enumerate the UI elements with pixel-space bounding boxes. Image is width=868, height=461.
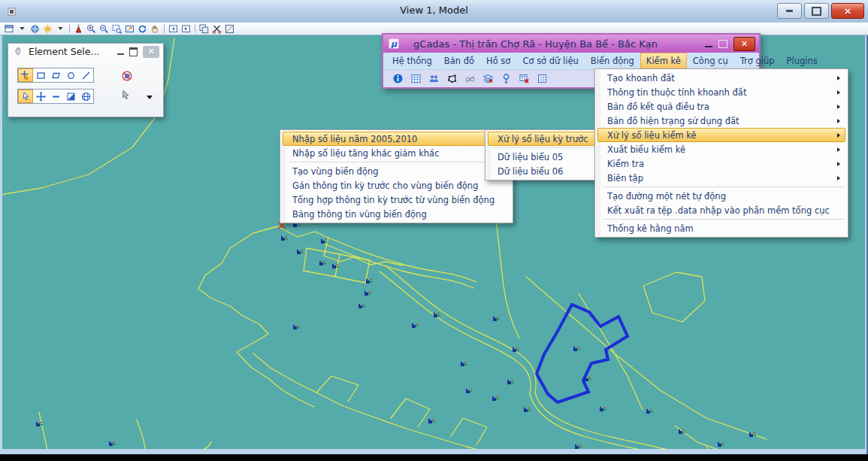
menu-item[interactable]: Gán thông tin kỳ trước cho vùng biến độn… [283, 178, 510, 193]
zoom-out-icon[interactable] [98, 23, 110, 35]
select-shape-button[interactable] [48, 68, 63, 82]
select-block-button[interactable] [33, 68, 48, 82]
menubar-item[interactable]: Kiểm kê [640, 53, 687, 69]
clip-mask-icon[interactable] [223, 23, 236, 35]
menu-item[interactable]: Kiểm tra [597, 156, 845, 171]
brightness-icon[interactable] [41, 23, 54, 35]
menu-item[interactable]: Kết xuất ra tệp .data nhập vào phần mềm … [597, 203, 845, 217]
menu-item-label: Nhập số liệu năm 2005,2010 [292, 134, 417, 144]
dialog-close-button[interactable]: ✕ [143, 46, 159, 58]
maximize-button[interactable] [804, 3, 829, 19]
subtract-selection-button[interactable] [48, 89, 63, 103]
window-area-icon[interactable] [110, 23, 123, 35]
clear-selection-button[interactable] [119, 68, 135, 83]
menu-item[interactable]: Tạo khoanh đất [597, 71, 845, 85]
gcadas-titlebar[interactable]: μ gCadas - Thị trấn Chợ Rã - Huyện Ba Bể… [383, 35, 759, 53]
menu-item[interactable]: Biên tập [597, 171, 845, 185]
info-icon[interactable] [392, 73, 404, 84]
location-pin-icon[interactable] [501, 73, 512, 84]
menu-item[interactable]: Tạo vùng biến động [283, 164, 510, 178]
menu-item[interactable]: Nhập số liệu tăng khác giảm khác [283, 146, 510, 160]
menu-item[interactable]: Bản đồ hiện trạng sử dụng đất [597, 114, 845, 128]
view-attributes-icon[interactable] [3, 23, 16, 35]
menu-item[interactable]: Dữ liệu biểu 06 [488, 164, 604, 178]
select-circle-button[interactable] [63, 68, 78, 82]
view-previous-icon[interactable] [167, 23, 180, 35]
menubar-item[interactable]: Trợ giúp [734, 53, 781, 69]
menu-item-label: Thống kê hằng năm [607, 223, 694, 234]
menubar-item[interactable]: Công cụ [687, 53, 734, 69]
dialog-maximize-icon[interactable] [129, 47, 138, 56]
element-selection-titlebar[interactable]: Element Sele... ✕ [8, 44, 163, 59]
submenu-arrow-icon [837, 119, 840, 123]
select-all-button[interactable] [78, 89, 93, 103]
add-selection-button[interactable] [33, 89, 48, 103]
menubar-item[interactable]: Plugins [781, 53, 824, 69]
toolbar-separator [69, 24, 70, 33]
menu-item[interactable]: Xử lý số liệu kỳ trước [488, 132, 604, 146]
submenu-arrow-icon [837, 90, 840, 95]
zoom-in-icon[interactable] [85, 23, 98, 35]
menu-item[interactable]: Thống kê hằng năm [597, 221, 845, 235]
glasses-off-icon[interactable] [464, 73, 476, 84]
menu-item[interactable]: Bản đồ kết quả điều tra [597, 99, 845, 114]
gcadas-minimize-icon[interactable] [705, 46, 712, 47]
grid-table-icon[interactable] [537, 73, 548, 84]
menu-item-label: Bản đồ kết quả điều tra [607, 102, 709, 112]
dropdown-icon[interactable] [54, 23, 67, 35]
main-titlebar[interactable]: View 1, Model × [0, 0, 868, 23]
fit-view-icon[interactable] [123, 23, 136, 35]
users-group-icon[interactable] [428, 73, 440, 84]
new-selection-button[interactable] [18, 89, 33, 103]
menu-item-label: Tổng hợp thông tin kỳ trước từ vùng biến… [292, 195, 494, 205]
menubar-item[interactable]: Cơ sở dữ liệu [516, 53, 584, 69]
expand-dialog-button[interactable] [144, 92, 155, 102]
create-parcel-icon[interactable] [446, 73, 458, 84]
menubar-item[interactable]: Hệ thống [386, 53, 438, 69]
menu-item-label: Bảng thông tin vùng biến động [292, 209, 427, 220]
view-next-icon[interactable] [180, 23, 192, 35]
menu-item[interactable]: Xử lý số liệu kiểm kê [597, 128, 845, 142]
gcadas-menubar: Hệ thốngBản đồHồ sơCơ sở dữ liệuBiến độn… [383, 53, 759, 70]
menu-item-label: Tạo đường một nét tự động [607, 191, 726, 202]
menubar-item[interactable]: Hồ sơ [480, 53, 516, 69]
table-remove-icon[interactable] [519, 73, 530, 84]
dropdown-icon[interactable] [16, 23, 29, 35]
update-view-icon[interactable] [72, 23, 85, 35]
menu-item[interactable]: Bảng thông tin vùng biến động [283, 207, 510, 221]
cursor-arrow-icon[interactable] [118, 87, 133, 102]
menubar-item[interactable]: Biến động [585, 53, 640, 69]
attribute-table-icon[interactable] [410, 73, 422, 84]
layers-remove-icon[interactable] [482, 73, 494, 84]
menu-item[interactable]: Tổng hợp thông tin kỳ trước từ vùng biến… [283, 193, 510, 207]
close-button[interactable]: × [831, 3, 864, 19]
display-style-icon[interactable] [29, 23, 41, 35]
submenu-arrow-icon [837, 105, 840, 109]
close-icon: × [844, 6, 852, 16]
pan-view-icon[interactable] [149, 23, 162, 35]
menu-item[interactable]: Tạo đường một nét tự động [597, 189, 845, 203]
gcadas-close-button[interactable]: ✕ [733, 37, 755, 51]
select-line-button[interactable] [78, 68, 93, 82]
clip-volume-icon[interactable] [210, 23, 223, 35]
menu-item-label: Biên tập [607, 173, 643, 183]
rotate-view-icon[interactable] [136, 23, 149, 35]
selection-method-group [17, 68, 94, 83]
select-individual-button[interactable] [18, 68, 33, 82]
minimize-button[interactable] [777, 3, 802, 19]
replace-selection-button[interactable] [63, 89, 78, 103]
menu-item[interactable]: Dữ liệu biểu 05 [488, 150, 604, 164]
dialog-minimize-icon[interactable] [117, 53, 124, 55]
element-selection-dialog[interactable]: Element Sele... ✕ [8, 43, 164, 117]
menu-item[interactable]: Xuất biểu kiểm kê [597, 142, 845, 156]
menu-item[interactable]: Thông tin thuộc tính khoanh đất [597, 85, 845, 99]
view-title: View 1, Model [0, 5, 868, 16]
menubar-item[interactable]: Bản đồ [438, 53, 480, 69]
menu-item[interactable]: Nhập số liệu năm 2005,2010 [283, 132, 510, 146]
submenu-arrow-icon [837, 162, 840, 166]
gcadas-maximize-icon[interactable] [718, 40, 727, 48]
menu-xu-ly-so-lieu-kiem-ke: Xử lý số liệu kỳ trướcDữ liệu biểu 05Dữ … [485, 129, 607, 180]
menu-separator [289, 162, 510, 162]
gcadas-title: gCadas - Thị trấn Chợ Rã - Huyện Ba Bể -… [383, 38, 688, 50]
copy-view-icon[interactable] [198, 23, 210, 35]
